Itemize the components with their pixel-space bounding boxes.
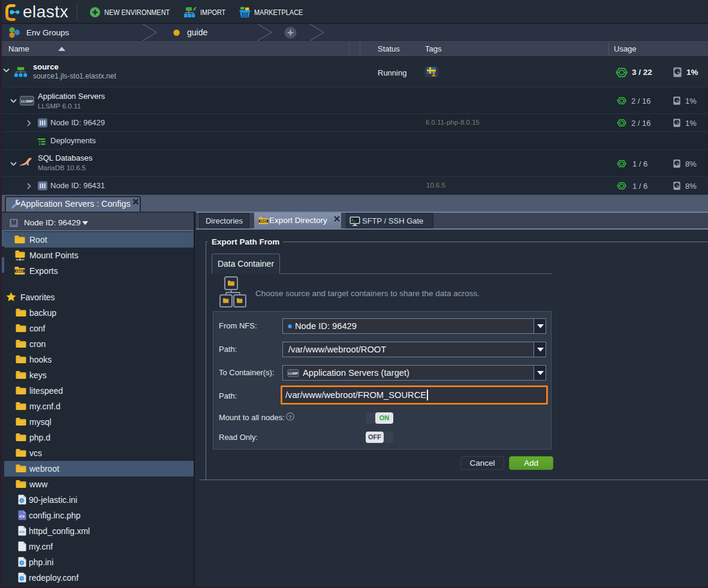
svg-text:LLSMP: LLSMP [288, 372, 299, 375]
svg-text:<>: <> [19, 514, 25, 519]
svg-text:<>: <> [19, 529, 25, 535]
svg-text:LLSMP: LLSMP [21, 99, 33, 103]
svg-text:?: ? [288, 414, 292, 420]
